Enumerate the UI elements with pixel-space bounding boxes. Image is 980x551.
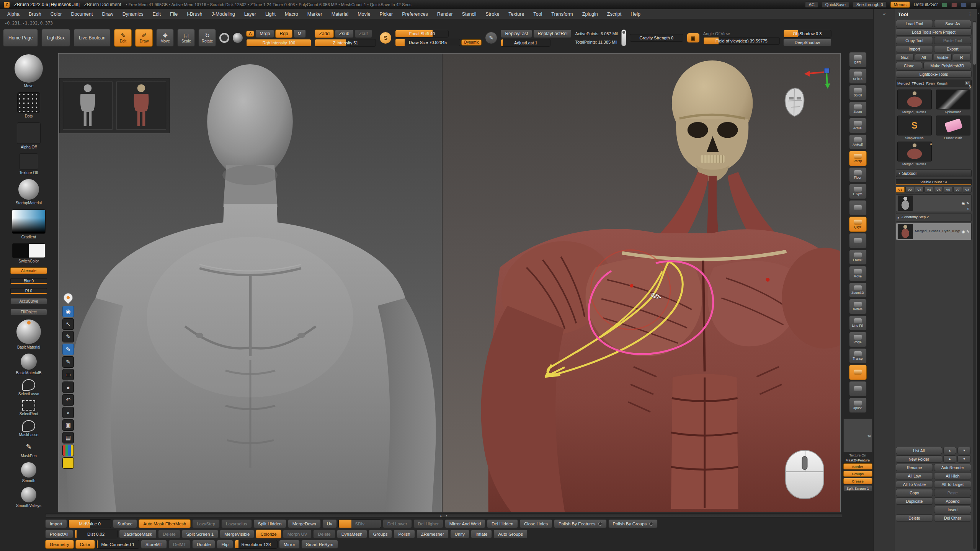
- stroke-circle-icon[interactable]: [219, 33, 229, 43]
- right-shelf-button[interactable]: [849, 381, 867, 396]
- bottom-shelf-button[interactable]: MidValue 0: [69, 519, 111, 528]
- right-shelf-button[interactable]: SPix 3: [849, 68, 867, 84]
- tool-palette-button[interactable]: Load Tool: [896, 20, 933, 27]
- bottom-shelf-button[interactable]: Colorize: [256, 530, 281, 538]
- dock-chevrons-icon[interactable]: «: [874, 11, 895, 17]
- menu-item[interactable]: Help: [626, 10, 645, 18]
- tray-scrollbar[interactable]: [973, 21, 976, 549]
- left-shelf-thumbnail[interactable]: [17, 92, 40, 113]
- annotation-tool-button[interactable]: ↶: [62, 394, 74, 406]
- subtool-action-button[interactable]: Insert: [934, 506, 971, 513]
- subtool-row-icons[interactable]: ◉ ✎: [962, 230, 970, 234]
- replay-last-rel-button[interactable]: ReplayLastRel: [533, 29, 572, 38]
- ui-config-icon[interactable]: [961, 2, 967, 7]
- pin-icon[interactable]: [62, 291, 75, 304]
- right-shelf-button[interactable]: Floor: [849, 167, 867, 183]
- bottom-shelf-button[interactable]: LazyStep: [192, 519, 220, 528]
- menu-item[interactable]: J-Modeling: [207, 10, 239, 18]
- bottom-shelf-button[interactable]: Unify: [450, 530, 469, 538]
- menu-item[interactable]: Light: [261, 10, 280, 18]
- subtool-variant-tab[interactable]: V4: [924, 187, 933, 192]
- annotation-tool-button[interactable]: ↖: [62, 318, 74, 330]
- a-badge-button[interactable]: A: [246, 31, 254, 37]
- angle-of-view-label[interactable]: Angle Of View: [703, 31, 780, 36]
- bottom-shelf-button[interactable]: Mirror: [279, 540, 300, 549]
- right-shelf-button[interactable]: Line Fill: [849, 315, 867, 331]
- home-page-button[interactable]: Home Page: [3, 29, 38, 47]
- tool-thumbnail[interactable]: [936, 90, 970, 109]
- annotation-tool-button[interactable]: ✎: [62, 344, 74, 355]
- menu-item[interactable]: Picker: [376, 10, 397, 18]
- subtool-variant-tab[interactable]: V1: [896, 187, 905, 192]
- annotation-tool-button[interactable]: ▤: [62, 432, 74, 443]
- left-shelf-item[interactable]: Texture Off: [19, 153, 38, 175]
- menu-item[interactable]: Transform: [547, 10, 577, 18]
- draw-mode-button[interactable]: ✐ Draw: [135, 29, 153, 47]
- left-shelf-thumbnail[interactable]: [16, 320, 41, 344]
- annotation-tool-button[interactable]: ●: [62, 381, 74, 393]
- menu-item[interactable]: Edit: [149, 10, 165, 18]
- draw-size-slider[interactable]: Draw Size 70.82045: [395, 39, 460, 46]
- left-shelf-item[interactable]: SwitchColor: [12, 243, 45, 263]
- subtool-variant-tab[interactable]: V8: [963, 187, 972, 192]
- zcut-button[interactable]: Zcut: [355, 29, 372, 38]
- subtool-action-button[interactable]: ▼: [957, 447, 971, 454]
- tool-palette-button[interactable]: Copy Tool: [896, 37, 933, 44]
- tool-palette-button[interactable]: Save As: [934, 20, 971, 27]
- current-tool-bar[interactable]: Merged_TPose1_Ryan_Kingsli R: [896, 80, 972, 86]
- eye-visibility-icon[interactable]: ◉: [962, 230, 965, 234]
- tool-thumbnail[interactable]: [936, 116, 970, 135]
- left-shelf-item[interactable]: Smooth: [21, 462, 36, 483]
- bottom-shelf-button[interactable]: DynaMesh: [337, 530, 367, 538]
- annotation-tool-button[interactable]: [62, 445, 74, 456]
- tool-item[interactable]: 3 Merged_TPose1: [896, 142, 933, 166]
- left-shelf-thumbnail[interactable]: [21, 487, 36, 502]
- bottom-shelf-button[interactable]: Del Hidden: [487, 519, 518, 528]
- left-shelf-thumbnail[interactable]: [22, 379, 35, 391]
- tool-palette-button[interactable]: Lightbox►Tools: [896, 70, 972, 78]
- right-shelf-button[interactable]: Scroll: [849, 85, 867, 100]
- left-shelf-item[interactable]: SelectRect: [20, 400, 38, 416]
- subtool-action-button[interactable]: ▲: [943, 447, 957, 454]
- m-button[interactable]: M: [294, 29, 306, 38]
- mrgb-button[interactable]: Mrgb: [255, 29, 274, 38]
- subtool-action-button[interactable]: ▼: [957, 455, 971, 463]
- annotation-tool-button[interactable]: ▣: [62, 419, 74, 431]
- right-shelf-button[interactable]: AAHalf: [849, 134, 867, 150]
- right-shelf-button[interactable]: BPR: [849, 52, 867, 67]
- subtool-section-header[interactable]: Subtool: [896, 170, 972, 177]
- bottom-shelf-button[interactable]: Polish: [394, 530, 415, 538]
- left-shelf-item[interactable]: Move: [15, 54, 43, 88]
- left-shelf-thumbnail[interactable]: [22, 400, 35, 411]
- shelf-resize-handle[interactable]: ▲ ▼: [45, 514, 842, 518]
- left-shelf-item[interactable]: SmoothValleys: [16, 487, 41, 508]
- subtool-thumbnail[interactable]: [898, 196, 913, 211]
- alpha-sphere-icon[interactable]: [233, 33, 243, 43]
- palette-layout-icon[interactable]: [951, 2, 957, 7]
- subtool-row[interactable]: J Anatomy Step-2 ◉ ✎: [896, 213, 972, 222]
- menu-item[interactable]: Brush: [24, 10, 46, 18]
- tool-palette-button[interactable]: All: [915, 54, 933, 61]
- tool-palette-button[interactable]: GoZ: [896, 54, 914, 61]
- focal-shift-slider[interactable]: Focal Shift 40: [395, 30, 449, 37]
- left-shelf-item[interactable]: FillObject: [10, 309, 47, 315]
- right-shelf-button[interactable]: [849, 233, 867, 248]
- subtool-action-button[interactable]: Del Other: [934, 514, 971, 522]
- bottom-shelf-button[interactable]: Groups: [369, 530, 392, 538]
- left-shelf-thumbnail[interactable]: [17, 122, 41, 144]
- subtool-thumbnail[interactable]: [898, 224, 913, 239]
- move-mode-button[interactable]: ✥ Move: [156, 29, 174, 47]
- bottom-shelf-button[interactable]: Resolution 128: [235, 540, 278, 549]
- replay-last-button[interactable]: ReplayLast: [501, 29, 532, 38]
- annotation-tool-button[interactable]: ▭: [62, 369, 74, 380]
- gravity-direction-widget[interactable]: [621, 29, 626, 46]
- menu-item[interactable]: Dynamics: [118, 10, 148, 18]
- bottom-shelf-button[interactable]: Geometry: [45, 540, 74, 549]
- bottom-shelf-button[interactable]: Uv: [322, 519, 337, 528]
- subtool-variant-tab[interactable]: V7: [953, 187, 962, 192]
- right-shelf-button[interactable]: [849, 200, 867, 215]
- left-shelf-item[interactable]: Alpha Off: [17, 122, 41, 149]
- window-controls-icon[interactable]: [970, 2, 976, 7]
- right-shelf-button[interactable]: Actual: [849, 118, 867, 133]
- bottom-shelf-button[interactable]: Double: [192, 540, 215, 549]
